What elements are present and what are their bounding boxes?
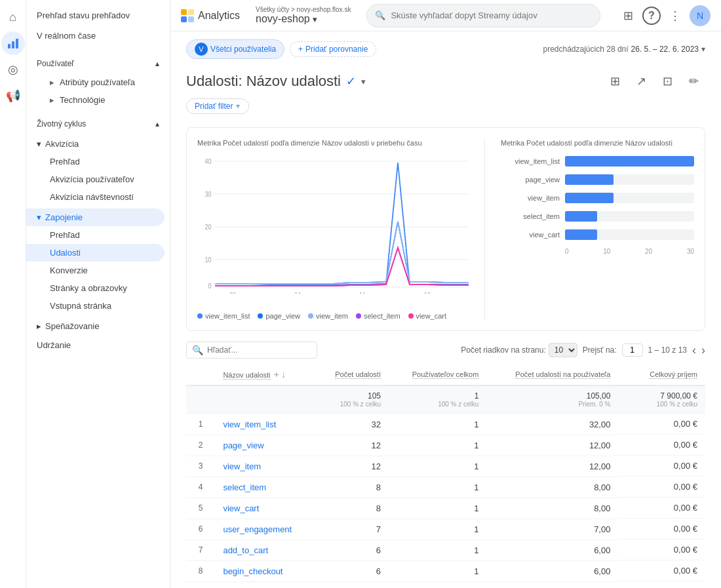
sidebar-item-akv-navstevnosti[interactable]: Akvizícia návštevností (26, 188, 170, 206)
row-name: scroll (215, 581, 315, 588)
row-num: 6 (186, 519, 215, 539)
prev-page-btn[interactable]: ‹ (692, 343, 696, 357)
page-input[interactable] (622, 343, 643, 357)
event-name-link[interactable]: add_to_cart (223, 545, 268, 555)
account-selector[interactable]: novy-eshop ▾ (256, 13, 351, 25)
nav-group-akvizia-header[interactable]: ▾ Akvizícia (26, 135, 170, 153)
home-icon[interactable]: ⌂ (1, 5, 25, 29)
search-icon: 🔍 (375, 10, 385, 20)
apps-icon[interactable]: ⊞ (616, 4, 640, 28)
row-revenue: 0,00 € (618, 539, 705, 560)
table-search-input[interactable] (207, 345, 311, 355)
sidebar-item-label: V reálnom čase (37, 31, 96, 41)
topbar: Analytics Všetky účty > novy-eshop.flox.… (170, 0, 721, 31)
event-name-link[interactable]: select_item (223, 482, 266, 492)
rows-per-page-select[interactable]: 10 25 50 (549, 343, 577, 357)
row-num: 2 (186, 435, 215, 456)
row-revenue: 0,00 € (618, 498, 705, 519)
lifecycle-section-header[interactable]: Životný cyklus ▴ (26, 114, 170, 134)
bar-row-view-item: view_item (501, 193, 694, 203)
rows-per-page-control: Počet riadkov na stranu: 10 25 50 (461, 343, 577, 357)
breadcrumb-area: Všetky účty > novy-eshop.flox.sk novy-es… (256, 6, 351, 25)
add-filter-btn[interactable]: Pridať filter + (186, 98, 249, 114)
add-filter-icon: + (236, 102, 241, 111)
bar-fill (565, 193, 614, 203)
col-users: Používateľov celkom (389, 364, 486, 385)
event-name-link[interactable]: view_cart (223, 503, 259, 513)
table-row: 4 select_item 8 1 8,00 0,00 € (186, 477, 705, 498)
lifecycle-label: Životný cyklus (37, 119, 86, 128)
data-table: Názov udalosti + ↓ Počet udalostí Použív… (186, 364, 705, 588)
sidebar-item-vstupna[interactable]: Vstupná stránka (26, 297, 170, 315)
nav-group-zapojenie-header[interactable]: ▾ Zapojenie (26, 208, 165, 226)
row-per-user: 8,00 (486, 498, 618, 519)
advertising-icon[interactable]: 📢 (1, 84, 25, 108)
svg-text:30: 30 (205, 191, 212, 199)
row-revenue: 0,00 € (618, 435, 705, 456)
sidebar-item-prehad1[interactable]: Prehľad (26, 153, 170, 170)
col-name: Názov udalosti + ↓ (215, 364, 315, 385)
row-revenue: 0,00 € (618, 519, 705, 539)
sort-icon[interactable]: ↓ (281, 369, 286, 380)
sidebar-top-links: Prehľad stavu prehľadov V reálnom čase (26, 0, 170, 51)
summary-per-user: 105,00 Priem. 0 % (486, 385, 618, 414)
event-name-link[interactable]: view_item (223, 461, 261, 471)
sidebar-item-konverzie[interactable]: Konverzie (26, 262, 170, 279)
legend-dot (356, 313, 361, 319)
line-chart-svg: 40 30 20 10 0 28 máj 04 (197, 156, 469, 294)
sidebar-item-prehad2[interactable]: Prehľad (26, 226, 170, 244)
title-dropdown-icon[interactable]: ▾ (361, 77, 366, 87)
sidebar-item-udrzanie[interactable]: Udržanie (26, 336, 170, 354)
event-name-link[interactable]: begin_checkout (223, 566, 283, 576)
sidebar-item-technologie[interactable]: ▸ Technológie (26, 91, 170, 109)
nav-item-label: Konverzie (50, 265, 88, 275)
event-name-link[interactable]: user_engagement (223, 524, 292, 534)
bar-row-view-cart: view_cart (501, 229, 694, 240)
date-range[interactable]: predchádzajúcich 28 dní 26. 5. – 22. 6. … (543, 45, 705, 54)
compare-dates-icon[interactable]: ⊡ (655, 69, 679, 93)
explore-icon[interactable]: ◎ (1, 58, 25, 81)
row-revenue: 0,00 € (618, 560, 705, 581)
summary-name (215, 385, 315, 414)
edit-report-icon[interactable]: ⊞ (603, 69, 627, 93)
legend-view-item-list: view_item_list (197, 312, 250, 320)
sidebar-item-prehad-stavu[interactable]: Prehľad stavu prehľadov (26, 5, 165, 26)
row-per-user: 6,00 (486, 581, 618, 588)
sidebar-item-realny-cas[interactable]: V reálnom čase (26, 26, 165, 46)
add-comparison-btn[interactable]: + Pridať porovnanie (290, 41, 376, 57)
nav-item-label: Atribúty používateľa (60, 77, 135, 87)
segment-chip[interactable]: V Všetci používatelia (186, 39, 284, 59)
bar-fill (565, 156, 694, 167)
summary-users: 1 100 % z celku (389, 385, 486, 414)
table-row: 2 page_view 12 1 12,00 0,00 € (186, 435, 705, 456)
user-section-header[interactable]: Používateľ ▴ (26, 54, 170, 73)
customize-icon[interactable]: ✏ (682, 69, 705, 93)
row-users: 1 (389, 456, 486, 477)
nav-item-label: Prehľad (50, 157, 80, 167)
event-name-link[interactable]: view_item_list (223, 420, 276, 429)
add-col-icon[interactable]: + (274, 369, 279, 380)
svg-text:40: 40 (205, 158, 212, 166)
analytics-icon[interactable] (1, 31, 25, 55)
row-count: 32 (316, 414, 389, 435)
row-name: view_item (215, 456, 315, 477)
nav-group-spenazovanie-header[interactable]: ▸ Speňažovanie (26, 317, 170, 335)
next-page-btn[interactable]: › (701, 343, 705, 357)
event-name-link[interactable]: page_view (223, 441, 263, 450)
sidebar-item-atributy[interactable]: ▸ Atribúty používateľa (26, 73, 170, 91)
sidebar-item-stranky[interactable]: Stránky a obrazovky (26, 279, 170, 297)
bar-axis: 0 10 20 30 (501, 248, 694, 255)
user-avatar[interactable]: N (690, 5, 711, 26)
help-icon[interactable]: ? (642, 7, 661, 25)
row-revenue: 0,00 € (618, 414, 705, 435)
svg-rect-0 (8, 44, 10, 49)
sidebar-item-udalosti[interactable]: Udalosti (26, 244, 165, 262)
search-input[interactable] (391, 10, 592, 20)
sidebar-item-akv-pouzivatelov[interactable]: Akvizícia používateľov (26, 170, 170, 188)
share-icon[interactable]: ↗ (629, 69, 653, 93)
svg-text:28: 28 (229, 292, 236, 294)
row-name: view_item_list (215, 414, 315, 435)
row-count: 6 (316, 581, 389, 588)
row-name: select_item (215, 477, 315, 498)
more-options-icon[interactable]: ⋮ (663, 4, 687, 28)
